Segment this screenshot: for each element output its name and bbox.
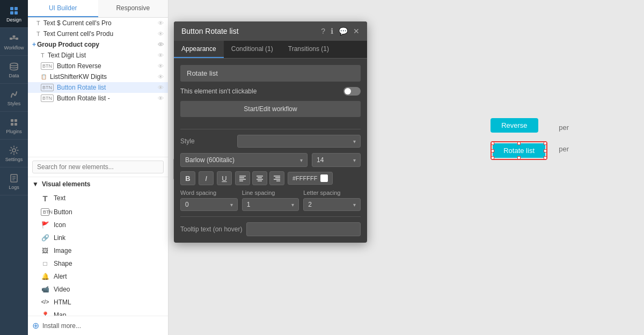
tab-responsive[interactable]: Responsive [98,0,169,17]
tree-item-group-product-copy[interactable]: + Group Product copy 👁 [28,39,168,50]
element-name-row: Rotate list [180,65,361,82]
eye-icon-2: 👁 [158,31,164,37]
tree-item-text-current-pro[interactable]: T Text $ Current cell's Pro 👁 [28,18,168,28]
align-left-button[interactable] [235,171,250,185]
search-input[interactable] [32,161,164,173]
svg-rect-11 [14,119,17,122]
workflow-button[interactable]: Start/Edit workflow [180,101,361,117]
modal-title: Button Rotate list [181,27,321,35]
ve-shape-icon: □ [41,260,49,267]
font-family-dropdown[interactable]: Barlow (600italic) [180,153,308,167]
install-more-bar[interactable]: ⊕ Install more... [28,316,168,335]
underline-button[interactable]: U [217,171,232,185]
ve-map[interactable]: 📍 Map [28,309,168,316]
close-icon[interactable]: ✕ [353,27,360,35]
nav-settings[interactable]: Settings [0,140,28,168]
visual-elements-header[interactable]: ▼ Visual elements [28,177,168,191]
align-center-button[interactable] [252,171,267,185]
ve-button[interactable]: BTN Button [28,206,168,219]
tooltip-input[interactable] [246,222,361,236]
svg-point-9 [10,63,18,65]
nav-workflow[interactable]: Workflow [0,28,28,56]
handle-bm[interactable] [517,156,521,159]
handle-tr[interactable] [544,142,547,145]
modal-tab-appearance[interactable]: Appearance [174,41,224,58]
handle-tm[interactable] [517,142,521,145]
ve-image[interactable]: 🖼 Image [28,244,168,257]
nav-logs[interactable]: Logs [0,168,28,195]
canvas-text-per: per [559,123,569,132]
ve-icon[interactable]: 🚩 Icon [28,219,168,231]
word-spacing-value: 0 [185,201,189,208]
info-icon[interactable]: ℹ [331,27,333,35]
ve-video[interactable]: 📹 Video [28,283,168,296]
color-picker[interactable]: #FFFFFF [288,172,333,185]
tree-item-listshifterkw[interactable]: 📋 ListShifterKW Digits 👁 [28,71,168,82]
nav-data[interactable]: Data [0,56,28,84]
nav-styles[interactable]: Styles [0,84,28,112]
left-navigation: Design Workflow Data Styles P [0,0,28,335]
tooltip-row: Tooltip text (on hover) [180,222,361,236]
letter-spacing-value: 2 [308,201,312,208]
tree-item-button-rotate-list[interactable]: BTN Button Rotate list 👁 [28,82,168,93]
canvas-area: Button Rotate list ? ℹ 💬 ✕ Appearance Co… [169,0,644,335]
tree-item-text-current-produ[interactable]: T Text Current cell's Produ 👁 [28,28,168,39]
modal-tab-transitions[interactable]: Transitions (1) [281,41,336,58]
tree-item-button-reverse[interactable]: BTN Button Reverse 👁 [28,61,168,71]
word-spacing-input[interactable]: 0 [180,198,238,211]
tree-item-label: Text $ Current cell's Pro [43,19,158,27]
nav-workflow-label: Workflow [4,45,24,50]
letter-spacing-input[interactable]: 2 [303,198,361,211]
font-chevron-icon [300,156,303,164]
tree-item-text-digit-list[interactable]: T Text Digit List 👁 [28,50,168,61]
svg-rect-0 [10,7,13,10]
ve-link[interactable]: 🔗 Link [28,231,168,244]
not-clickable-toggle[interactable] [343,87,361,96]
comment-icon[interactable]: 💬 [339,27,348,35]
word-spacing-chevron [230,201,233,208]
style-dropdown[interactable] [237,135,361,148]
svg-rect-6 [13,35,16,38]
divider-1 [180,129,361,129]
handle-ml[interactable] [491,149,494,152]
ve-shape[interactable]: □ Shape [28,257,168,270]
ve-icon-icon: 🚩 [41,221,49,229]
nav-plugins[interactable]: Plugins [0,112,28,140]
list-icon: 📋 [41,74,47,79]
ve-html-label: HTML [54,298,71,306]
ve-text[interactable]: T Text [28,191,168,206]
modal-tab-conditional[interactable]: Conditional (1) [224,41,281,58]
handle-br[interactable] [544,156,547,159]
canvas-preview: Reverse Rotate list [491,118,547,160]
svg-rect-2 [10,11,13,14]
element-tree: T Text $ Current cell's Pro 👁 T Text Cur… [28,18,168,157]
not-clickable-label: This element isn't clickable [180,88,343,95]
svg-rect-3 [14,11,18,14]
italic-button[interactable]: I [199,171,214,185]
preview-rotate-button[interactable]: Rotate list [493,143,545,158]
help-icon[interactable]: ? [321,27,325,35]
align-right-button[interactable] [269,171,284,185]
font-family-value: Barlow (600italic) [185,156,235,164]
btn-icon-3: BTN [41,94,54,102]
handle-tl[interactable] [491,142,494,145]
eye-icon-7: 👁 [158,84,164,91]
tab-ui-builder[interactable]: UI Builder [28,0,98,17]
handle-bl[interactable] [491,156,494,159]
eye-icon-4: 👁 [158,52,164,59]
tree-item-button-rotate-list-minus[interactable]: BTN Button Rotate list - 👁 [28,93,168,104]
nav-design[interactable]: Design [0,0,28,28]
preview-reverse-button[interactable]: Reverse [491,118,538,133]
ve-alert[interactable]: 🔔 Alert [28,270,168,283]
font-size-dropdown[interactable]: 14 [312,153,361,167]
word-spacing-label: Word spacing [180,190,238,196]
ve-alert-icon: 🔔 [41,273,49,280]
font-size-value: 14 [317,156,324,164]
ve-map-label: Map [54,311,66,316]
handle-mr[interactable] [544,149,547,152]
bold-button[interactable]: B [180,171,195,185]
line-spacing-input[interactable]: 1 [242,198,299,211]
nav-plugins-label: Plugins [6,129,22,134]
ve-icon-label: Icon [54,221,66,229]
ve-html[interactable]: </> HTML [28,296,168,309]
